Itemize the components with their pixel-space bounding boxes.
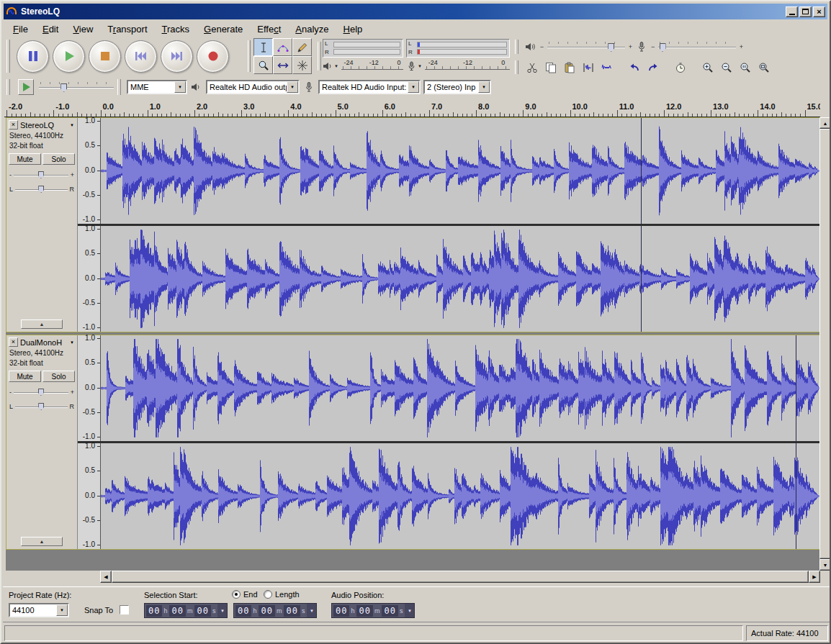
toolbar-grip[interactable]	[6, 79, 10, 95]
menu-item-analyze[interactable]: Analyze	[288, 22, 336, 36]
selection-tool-button[interactable]	[253, 38, 273, 56]
vertical-scale-ruler[interactable]: 1.00.50.0-0.5-1.0	[78, 118, 101, 224]
menu-item-view[interactable]: View	[66, 22, 100, 36]
skip-to-start-button[interactable]	[125, 40, 157, 73]
dropdown-arrow-icon[interactable]: ▼	[408, 81, 419, 93]
dropdown-arrow-icon[interactable]: ▼	[478, 81, 490, 93]
dropdown-arrow-icon[interactable]: ▼	[56, 604, 68, 616]
record-button[interactable]	[197, 40, 229, 73]
pause-button[interactable]	[17, 40, 49, 73]
vertical-scroll-thumb[interactable]	[819, 129, 831, 559]
track-collapse-button[interactable]: ▲	[21, 537, 63, 546]
scroll-left-button[interactable]: ◀	[100, 571, 112, 583]
vertical-scale-ruler[interactable]: 1.00.50.0-0.5-1.0	[78, 443, 101, 549]
input-meter[interactable]: LR	[406, 39, 510, 58]
fit-project-button[interactable]	[755, 60, 772, 76]
waveform-track2-right[interactable]	[101, 443, 820, 549]
pan-slider[interactable]: L R	[6, 396, 77, 411]
minimize-button[interactable]	[786, 6, 798, 17]
time-shift-tool-button[interactable]	[273, 56, 292, 74]
track-name-menu[interactable]: DualMonoH▼	[20, 338, 75, 347]
timeline-ruler[interactable]: -2.0-1.00.01.02.03.04.05.06.07.08.09.010…	[4, 101, 820, 117]
menu-item-edit[interactable]: Edit	[35, 22, 66, 36]
gain-slider[interactable]: - +	[6, 165, 77, 179]
stop-button[interactable]	[89, 40, 121, 73]
radio-circle[interactable]	[264, 590, 272, 599]
play-at-speed-button[interactable]	[18, 79, 34, 95]
input-channels-select[interactable]: 2 (Stereo) Inp▼	[423, 80, 491, 94]
dropdown-arrow-icon[interactable]: ▼	[287, 81, 298, 93]
pan-slider[interactable]: L R	[6, 179, 77, 194]
output-device-select[interactable]: Realtek HD Audio outpu▼	[206, 80, 300, 94]
zoom-out-button[interactable]	[718, 60, 735, 76]
scroll-down-button[interactable]: ▼	[819, 559, 831, 571]
end-radio[interactable]: End	[232, 590, 258, 599]
menu-item-transport[interactable]: Transport	[100, 22, 154, 36]
vertical-scale-ruler[interactable]: 1.00.50.0-0.5-1.0	[78, 335, 101, 441]
project-rate-select[interactable]: 44100▼	[9, 603, 69, 617]
trim-audio-button[interactable]	[580, 60, 596, 76]
skip-to-end-button[interactable]	[161, 40, 193, 73]
speaker-icon[interactable]: ▼	[323, 61, 338, 71]
scroll-right-button[interactable]: ▶	[809, 571, 820, 583]
audio-host-select[interactable]: MME▼	[127, 80, 187, 94]
gain-thumb[interactable]	[38, 389, 44, 396]
menu-item-help[interactable]: Help	[336, 22, 370, 36]
s-digits[interactable]: 00	[284, 605, 300, 617]
cut-button[interactable]	[524, 60, 540, 76]
paste-button[interactable]	[561, 60, 578, 76]
m-digits[interactable]: 00	[169, 605, 185, 617]
input-volume-slider[interactable]	[658, 41, 736, 53]
h-digits[interactable]: 00	[333, 605, 349, 617]
track-name-menu[interactable]: StereoLQ▼	[20, 121, 75, 130]
vertical-scale-ruler[interactable]: 1.00.50.0-0.5-1.0	[78, 226, 101, 332]
scroll-up-button[interactable]: ▲	[819, 117, 831, 129]
close-button[interactable]: ×	[813, 6, 825, 17]
input-device-select[interactable]: Realtek HD Audio Input:▼	[318, 80, 421, 94]
menu-item-tracks[interactable]: Tracks	[155, 22, 197, 36]
waveform-track2-left[interactable]	[101, 335, 820, 441]
track-collapse-button[interactable]: ▲	[21, 319, 63, 329]
m-digits[interactable]: 00	[259, 605, 274, 617]
maximize-button[interactable]	[799, 6, 812, 17]
timefield-menu-arrow[interactable]: ▼	[307, 604, 316, 617]
slider-thumb[interactable]	[608, 43, 614, 52]
fit-selection-button[interactable]	[737, 60, 753, 76]
toolbar-grip[interactable]	[515, 40, 518, 54]
title-bar[interactable]: StereoLQ ×	[4, 4, 827, 19]
vertical-scrollbar[interactable]: ▲ ▼	[819, 117, 831, 571]
mute-button[interactable]: Mute	[9, 371, 41, 382]
draw-tool-button[interactable]	[292, 38, 312, 56]
silence-audio-button[interactable]	[598, 60, 615, 76]
gain-thumb[interactable]	[38, 171, 44, 178]
pan-thumb[interactable]	[38, 186, 44, 193]
radio-circle[interactable]	[232, 590, 241, 599]
timefield-menu-arrow[interactable]: ▼	[217, 604, 227, 617]
dropdown-arrow-icon[interactable]: ▼	[174, 81, 186, 93]
playback-speed-slider[interactable]	[39, 81, 114, 93]
solo-button[interactable]: Solo	[42, 153, 75, 165]
slider-thumb[interactable]	[660, 43, 666, 52]
length-radio[interactable]: Length	[264, 590, 300, 599]
multi-tool-button[interactable]	[292, 56, 312, 74]
timefield-menu-arrow[interactable]: ▼	[405, 604, 414, 617]
toolbar-grip[interactable]	[117, 79, 121, 95]
toolbar-grip[interactable]	[6, 40, 10, 73]
snap-to-checkbox[interactable]	[120, 605, 129, 614]
menu-item-effect[interactable]: Effect	[250, 22, 288, 36]
menu-item-file[interactable]: File	[6, 22, 35, 36]
copy-button[interactable]	[542, 60, 559, 76]
pan-thumb[interactable]	[38, 403, 44, 410]
horizontal-scroll-thumb[interactable]	[112, 571, 809, 583]
zoom-tool-button[interactable]	[253, 56, 273, 74]
track-close-button[interactable]: ×	[9, 337, 18, 347]
sync-lock-button[interactable]	[672, 60, 688, 76]
toolbar-grip[interactable]	[515, 60, 518, 74]
h-digits[interactable]: 00	[235, 605, 251, 617]
m-digits[interactable]: 00	[356, 605, 372, 617]
solo-button[interactable]: Solo	[42, 371, 75, 382]
audio-position-timefield[interactable]: 00h00m00s▼	[331, 603, 415, 618]
zoom-in-button[interactable]	[699, 60, 716, 76]
play-button[interactable]	[53, 40, 85, 73]
s-digits[interactable]: 00	[382, 605, 397, 617]
